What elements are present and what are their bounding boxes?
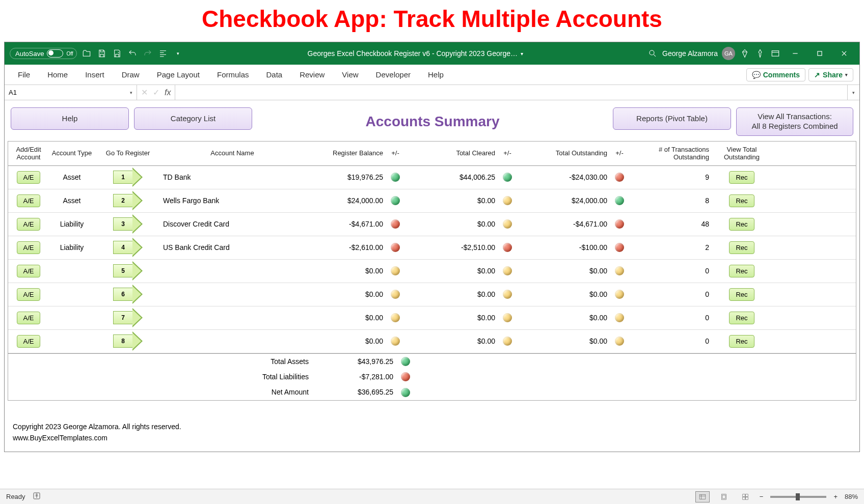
close-button[interactable]: [834, 46, 854, 61]
save-as-icon[interactable]: [112, 48, 123, 59]
open-icon[interactable]: [81, 48, 92, 59]
rec-button[interactable]: Rec: [729, 218, 754, 231]
reports-button[interactable]: Reports (Pivot Table): [613, 107, 731, 130]
diamond-icon[interactable]: [739, 48, 750, 59]
name-box[interactable]: A1 ▾: [5, 85, 137, 100]
comments-button[interactable]: 💬 Comments: [746, 68, 805, 81]
page-layout-view-button[interactable]: [717, 491, 731, 502]
account-type: [49, 317, 95, 319]
total-outstanding: $24,000.00: [518, 195, 609, 206]
tab-developer[interactable]: Developer: [369, 67, 418, 82]
tab-home[interactable]: Home: [40, 67, 75, 82]
tab-draw[interactable]: Draw: [115, 67, 147, 82]
add-edit-button[interactable]: A/E: [17, 241, 41, 254]
status-dot-icon: [615, 219, 624, 229]
goto-register-button[interactable]: 8: [113, 331, 143, 351]
redo-icon[interactable]: [142, 48, 153, 59]
page-break-view-button[interactable]: [738, 491, 752, 502]
ribbon-display-icon[interactable]: [770, 48, 781, 59]
accounts-table: Add/Edit Account Account Type Go To Regi…: [8, 141, 856, 401]
tab-data[interactable]: Data: [259, 67, 289, 82]
total-outstanding: -$24,030.00: [518, 172, 609, 182]
rec-button[interactable]: Rec: [729, 265, 754, 277]
status-dot-icon: [391, 266, 400, 275]
accessibility-icon[interactable]: [33, 492, 41, 501]
maximize-button[interactable]: [809, 46, 830, 61]
tab-file[interactable]: File: [11, 67, 37, 82]
hdr-outstanding: Total Outstanding: [518, 148, 609, 158]
tab-formulas[interactable]: Formulas: [210, 67, 256, 82]
expand-formula-icon[interactable]: ▾: [847, 85, 859, 100]
rec-button[interactable]: Rec: [729, 194, 754, 207]
accept-icon[interactable]: ✓: [153, 88, 159, 97]
net-amount-value: $36,695.25: [314, 385, 395, 399]
table-row: A/E Asset 1 TD Bank $19,976.25 $44,006.2…: [8, 166, 856, 189]
rec-button[interactable]: Rec: [729, 241, 754, 254]
account-name: TD Bank: [161, 172, 304, 182]
register-balance: -$4,671.00: [304, 219, 385, 229]
user-account[interactable]: George Alzamora GA: [662, 47, 735, 60]
normal-view-button[interactable]: [695, 491, 710, 502]
account-name: US Bank Credit Card: [161, 242, 304, 253]
table-row: A/E 8 $0.00 $0.00 $0.00 0 Rec: [8, 330, 856, 353]
hdr-pm3: +/-: [609, 148, 630, 158]
qat-dropdown-icon[interactable]: ▾: [173, 48, 184, 59]
add-edit-button[interactable]: A/E: [17, 288, 41, 301]
svg-point-4: [36, 494, 37, 495]
chevron-down-icon: ▾: [845, 72, 848, 77]
undo-icon[interactable]: [127, 48, 138, 59]
goto-register-button[interactable]: 1: [113, 167, 143, 187]
rec-button[interactable]: Rec: [729, 288, 754, 301]
tab-view[interactable]: View: [335, 67, 365, 82]
add-edit-button[interactable]: A/E: [17, 335, 41, 348]
zoom-out-button[interactable]: −: [760, 493, 764, 500]
add-edit-button[interactable]: A/E: [17, 171, 41, 184]
total-outstanding: $0.00: [518, 266, 609, 276]
add-edit-button[interactable]: A/E: [17, 194, 41, 207]
save-icon[interactable]: [96, 48, 107, 59]
add-edit-button[interactable]: A/E: [17, 312, 41, 324]
tab-help[interactable]: Help: [421, 67, 451, 82]
goto-register-button[interactable]: 3: [113, 214, 143, 234]
status-dot-icon: [615, 337, 624, 346]
user-name: George Alzamora: [662, 49, 718, 58]
goto-register-button[interactable]: 6: [113, 285, 143, 304]
svg-rect-9: [745, 494, 748, 496]
add-edit-button[interactable]: A/E: [17, 218, 41, 231]
zoom-in-button[interactable]: +: [833, 493, 838, 500]
hdr-reg-bal: Register Balance: [304, 148, 385, 158]
status-dot-icon: [615, 196, 624, 205]
search-icon[interactable]: [647, 48, 658, 59]
document-title[interactable]: Georges Excel Checkbook Register v6 - Co…: [308, 49, 523, 58]
tab-review[interactable]: Review: [292, 67, 332, 82]
status-dot-icon: [401, 357, 410, 366]
share-button[interactable]: ↗ Share ▾: [808, 68, 853, 81]
view-all-transactions-button[interactable]: View All Transactions: All 8 Registers C…: [736, 107, 853, 136]
zoom-slider[interactable]: [770, 496, 826, 498]
formula-input[interactable]: [175, 85, 847, 100]
tab-insert[interactable]: Insert: [78, 67, 112, 82]
goto-register-button[interactable]: 5: [113, 261, 143, 281]
autosave-toggle[interactable]: AutoSave Off: [10, 48, 77, 59]
cancel-icon[interactable]: ✕: [141, 88, 148, 97]
autosave-label: AutoSave: [15, 50, 44, 58]
goto-register-button[interactable]: 7: [113, 308, 143, 327]
rec-button[interactable]: Rec: [729, 312, 754, 324]
zoom-percent[interactable]: 88%: [845, 493, 858, 500]
website-line: www.BuyExcelTemplates.com: [13, 432, 851, 443]
page-title: Accounts Summary: [257, 107, 608, 136]
goto-register-button[interactable]: 2: [113, 191, 143, 210]
category-list-button[interactable]: Category List: [134, 107, 252, 130]
quick-action-icon[interactable]: [157, 48, 169, 59]
add-edit-button[interactable]: A/E: [17, 265, 41, 277]
help-button[interactable]: Help: [11, 107, 129, 130]
fx-icon[interactable]: fx: [165, 88, 171, 97]
svg-point-0: [650, 50, 654, 55]
table-row: A/E Asset 2 Wells Fargo Bank $24,000.00 …: [8, 189, 856, 213]
goto-register-button[interactable]: 4: [113, 238, 143, 257]
minimize-button[interactable]: [785, 46, 805, 61]
tab-page-layout[interactable]: Page Layout: [150, 67, 207, 82]
rec-button[interactable]: Rec: [729, 171, 754, 184]
pin-icon[interactable]: [754, 48, 766, 59]
rec-button[interactable]: Rec: [729, 335, 754, 348]
